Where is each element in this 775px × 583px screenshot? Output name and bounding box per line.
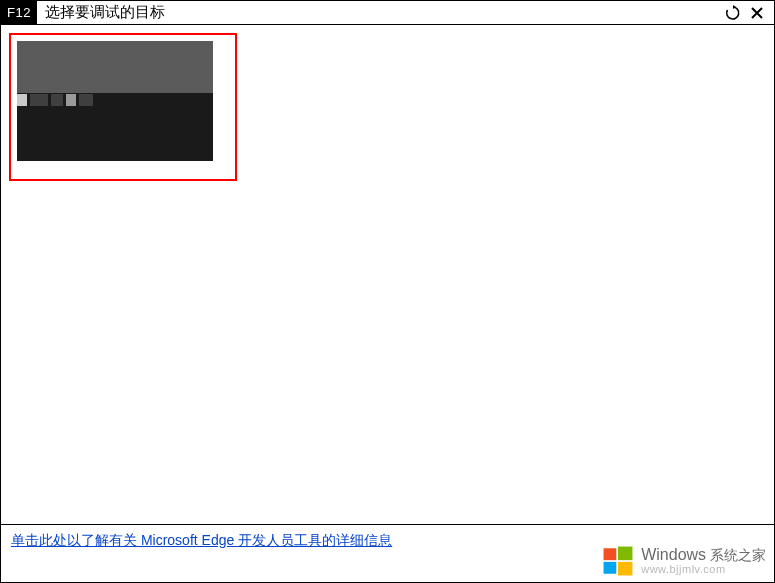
refresh-button[interactable] (724, 4, 742, 22)
footer: 单击此处以了解有关 Microsoft Edge 开发人员工具的详细信息 (1, 524, 774, 582)
window-title: 选择要调试的目标 (45, 3, 724, 22)
targets-area (1, 25, 774, 524)
titlebar: F12 选择要调试的目标 (1, 1, 774, 25)
thumb-redacted-text (17, 91, 107, 109)
learn-more-link[interactable]: 单击此处以了解有关 Microsoft Edge 开发人员工具的详细信息 (11, 532, 392, 548)
devtools-chooser-window: F12 选择要调试的目标 (0, 0, 775, 583)
close-button[interactable] (748, 4, 766, 22)
close-icon (750, 6, 764, 20)
refresh-icon (725, 5, 741, 21)
debug-target-item[interactable] (9, 33, 237, 181)
target-thumbnail (17, 41, 213, 161)
titlebar-actions (724, 4, 774, 22)
f12-badge: F12 (1, 1, 37, 24)
thumb-upper-region (17, 41, 213, 93)
